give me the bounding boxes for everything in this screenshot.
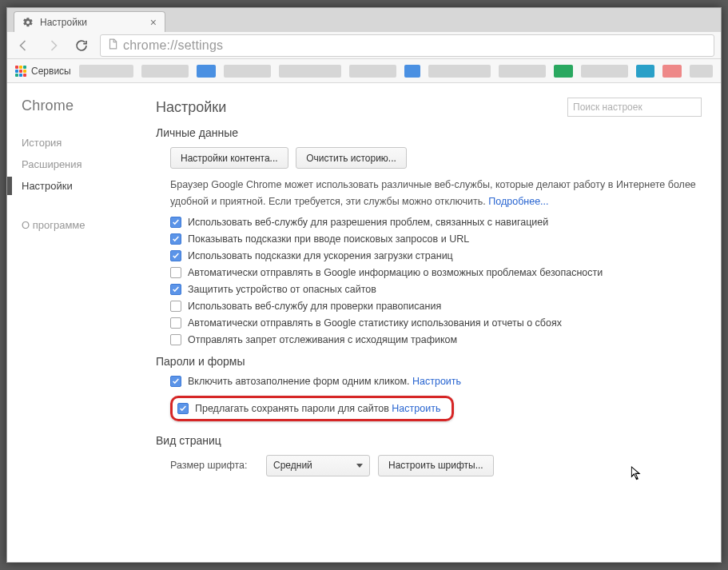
checkbox-icon [170,376,181,387]
check-suggest[interactable]: Показывать подсказки при вводе поисковых… [170,233,702,245]
sidebar-item-history[interactable]: История [22,132,143,153]
bookmark-item[interactable] [79,65,134,78]
sidebar-item-settings[interactable]: Настройки [22,175,143,197]
check-safebrowse-report[interactable]: Автоматически отправлять в Google информ… [170,267,702,278]
checkbox-icon [170,217,181,228]
checkbox-icon [177,403,189,414]
personal-description: Браузер Google Chrome может использовать… [170,177,702,211]
section-view: Вид страниц [156,434,702,447]
bookmark-item[interactable] [404,65,420,78]
customize-fonts-button[interactable]: Настроить шрифты... [378,455,494,476]
section-passwords: Пароли и формы [156,355,702,368]
learn-more-link[interactable]: Подробнее... [488,196,548,207]
passwords-configure-link[interactable]: Настроить [392,403,440,414]
bookmark-item[interactable] [581,65,628,78]
checkbox-icon [170,233,181,245]
check-dnt[interactable]: Отправлять запрет отслеживания с исходящ… [170,334,702,345]
forward-button[interactable] [42,35,63,56]
check-pageload[interactable]: Использовать подсказки для ускорения заг… [170,250,702,261]
sidebar-item-extensions[interactable]: Расширения [22,153,143,175]
toolbar: chrome://settings [7,32,721,59]
tab-settings[interactable]: Настройки × [14,11,165,32]
check-save-passwords[interactable]: Предлагать сохранять пароли для сайтов Н… [177,403,440,414]
checkbox-icon [170,317,181,329]
close-icon[interactable]: × [150,17,157,28]
apps-button[interactable]: Сервисы [15,66,71,77]
bookmark-item[interactable] [428,65,491,78]
bookmark-item[interactable] [662,65,682,78]
check-usage-stats[interactable]: Автоматически отправлять в Google статис… [170,317,702,329]
bookmark-item[interactable] [197,65,216,78]
chevron-down-icon [356,464,363,468]
font-size-select[interactable]: Средний [266,455,370,476]
highlight-save-passwords: Предлагать сохранять пароли для сайтов Н… [170,396,454,421]
browser-window: Настройки × chrome://settings [6,7,722,563]
omnibox-url: chrome://settings [123,38,223,53]
content-settings-button[interactable]: Настройки контента... [170,147,288,169]
gear-icon [22,17,34,28]
back-button[interactable] [14,35,34,56]
sidebar-item-about[interactable]: О программе [22,214,143,236]
bookmark-item[interactable] [499,65,546,78]
content: Chrome История Расширения Настройки О пр… [7,83,721,562]
check-protect[interactable]: Защитить устройство от опасных сайтов [170,284,702,295]
reload-button[interactable] [71,35,92,56]
settings-search-input[interactable] [567,98,702,117]
settings-main: Настройки Личные данные Настройки контен… [143,83,721,562]
checkbox-icon [170,334,181,345]
page-title: Настройки [156,99,226,116]
checkbox-icon [170,267,181,278]
bookmark-item[interactable] [224,65,271,78]
page-icon [107,38,118,52]
checkbox-icon [170,250,181,261]
bookmark-item[interactable] [554,65,573,78]
bookmark-item[interactable] [141,65,189,78]
apps-label: Сервисы [31,66,71,77]
check-spelling[interactable]: Использовать веб-службу для проверки пра… [170,301,702,312]
check-autofill[interactable]: Включить автозаполнение форм одним клико… [170,376,702,387]
checkbox-icon [170,284,181,295]
clear-history-button[interactable]: Очистить историю... [296,147,407,169]
bookmark-item[interactable] [636,65,655,78]
omnibox[interactable]: chrome://settings [100,34,714,57]
tab-title: Настройки [40,17,144,28]
check-navigation[interactable]: Использовать веб-службу для разрешения п… [170,217,702,228]
section-personal: Личные данные [156,126,702,139]
bookmarks-bar: Сервисы [7,59,721,83]
apps-icon [15,66,26,77]
bookmark-item[interactable] [690,65,713,78]
tab-strip: Настройки × [7,8,721,32]
sidebar: Chrome История Расширения Настройки О пр… [7,83,143,562]
font-size-label: Размер шрифта: [170,460,258,471]
checkbox-icon [170,301,181,312]
sidebar-brand: Chrome [22,98,143,114]
bookmark-item[interactable] [349,65,396,78]
autofill-configure-link[interactable]: Настроить [412,376,461,387]
bookmark-item[interactable] [279,65,342,78]
